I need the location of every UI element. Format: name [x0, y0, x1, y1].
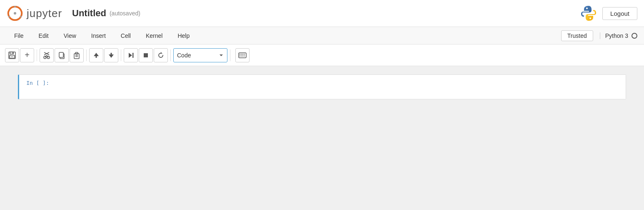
menu-item-help[interactable]: Help	[170, 30, 197, 42]
add-cell-button[interactable]: +	[20, 48, 34, 62]
move-up-button[interactable]	[89, 48, 103, 62]
svg-rect-24	[111, 53, 112, 54]
restart-icon	[157, 52, 165, 59]
svg-marker-23	[109, 54, 114, 58]
notebook-title[interactable]: Untitled	[72, 8, 106, 19]
move-up-icon	[92, 52, 100, 59]
jupyter-logo-icon	[7, 5, 23, 22]
autosaved-label: (autosaved)	[110, 10, 140, 17]
save-icon	[8, 52, 16, 59]
svg-rect-36	[242, 55, 243, 56]
logo-area: jupyter	[7, 5, 62, 22]
kernel-name-label: Python 3	[605, 32, 628, 39]
svg-rect-8	[12, 52, 13, 54]
svg-rect-17	[74, 54, 79, 59]
svg-rect-7	[11, 55, 13, 57]
title-bar: jupyter Untitled (autosaved) Logout	[0, 0, 644, 27]
svg-rect-35	[241, 55, 242, 56]
kernel-status-circle	[632, 33, 637, 39]
svg-rect-16	[59, 52, 63, 57]
menu-item-insert[interactable]: Insert	[84, 30, 113, 42]
svg-rect-37	[244, 55, 245, 56]
svg-rect-26	[132, 53, 134, 58]
cell-type-wrapper: Code Markdown Raw NBConvert Heading	[173, 48, 227, 62]
cell-container: In [ ]:	[10, 74, 634, 99]
jupyter-wordmark: jupyter	[27, 7, 62, 20]
svg-point-0	[14, 12, 16, 15]
menu-bar: File Edit View Insert Cell Kernel Help T…	[0, 27, 644, 44]
cut-button[interactable]	[40, 48, 54, 62]
move-down-button[interactable]	[104, 48, 118, 62]
separator-5	[230, 49, 230, 61]
menu-item-edit[interactable]: Edit	[31, 30, 56, 42]
notebook-area: In [ ]:	[0, 66, 644, 191]
separator-3	[121, 49, 121, 61]
paste-icon	[73, 52, 80, 59]
svg-rect-32	[242, 54, 243, 54]
move-down-icon	[107, 52, 115, 59]
toolbar: +	[0, 44, 644, 66]
copy-button[interactable]	[55, 48, 69, 62]
kernel-indicator: Python 3	[600, 32, 637, 39]
paste-button[interactable]	[70, 48, 84, 62]
python-logo-icon	[580, 5, 597, 22]
title-bar-right: Logout	[580, 5, 637, 22]
svg-marker-28	[161, 52, 162, 54]
svg-rect-27	[144, 53, 148, 57]
svg-marker-25	[129, 53, 132, 58]
cut-icon	[43, 52, 50, 59]
run-next-button[interactable]	[124, 48, 138, 62]
svg-point-2	[20, 16, 22, 17]
svg-marker-21	[94, 53, 99, 56]
menu-bar-right: Trusted Python 3	[561, 30, 637, 41]
keyboard-icon	[238, 52, 247, 58]
separator-1	[37, 49, 37, 61]
svg-rect-29	[239, 53, 246, 58]
cell-input[interactable]	[52, 75, 626, 99]
logout-button[interactable]: Logout	[602, 7, 637, 20]
cell-prompt: In [ ]:	[19, 75, 52, 99]
code-cell[interactable]: In [ ]:	[18, 74, 626, 99]
separator-2	[86, 49, 87, 61]
save-button[interactable]	[5, 48, 19, 62]
menu-item-file[interactable]: File	[7, 30, 31, 42]
copy-icon	[58, 52, 65, 59]
menu-item-cell[interactable]: Cell	[113, 30, 138, 42]
menu-item-kernel[interactable]: Kernel	[138, 30, 170, 42]
svg-point-3	[8, 16, 10, 17]
svg-rect-30	[240, 54, 240, 54]
svg-rect-22	[96, 56, 97, 58]
interrupt-button[interactable]	[139, 48, 153, 62]
menu-item-view[interactable]: View	[56, 30, 84, 42]
svg-rect-31	[241, 54, 242, 54]
keyboard-shortcuts-button[interactable]	[235, 48, 250, 62]
menu-items: File Edit View Insert Cell Kernel Help	[7, 30, 561, 42]
stop-icon	[142, 52, 150, 59]
run-next-icon	[127, 52, 135, 59]
svg-point-1	[14, 6, 16, 7]
separator-4	[170, 49, 171, 61]
trusted-button[interactable]: Trusted	[561, 30, 593, 41]
cell-type-select[interactable]: Code Markdown Raw NBConvert Heading	[173, 48, 227, 62]
svg-rect-33	[244, 54, 245, 54]
restart-button[interactable]	[154, 48, 168, 62]
svg-rect-18	[75, 52, 78, 54]
svg-rect-34	[240, 55, 240, 56]
